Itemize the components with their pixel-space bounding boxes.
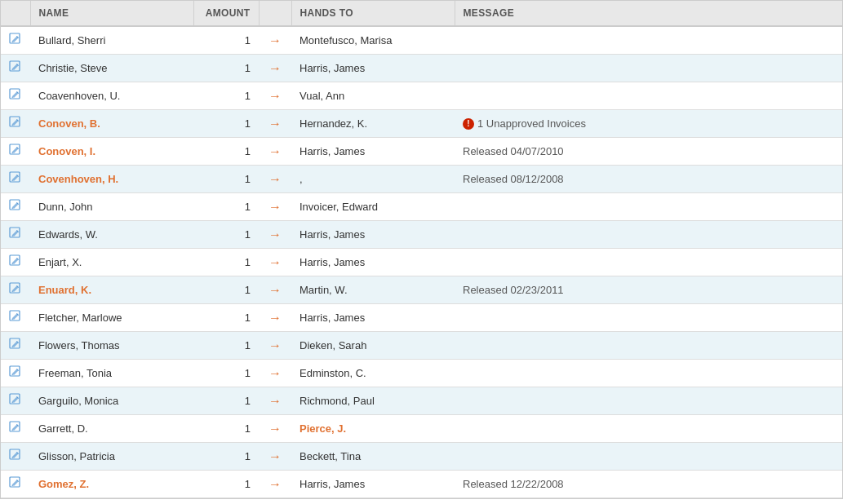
arrow-cell: → xyxy=(259,193,291,221)
edit-icon[interactable] xyxy=(9,171,22,184)
arrow-icon: → xyxy=(268,200,282,214)
edit-icon-cell[interactable] xyxy=(1,471,30,498)
released-message: Released 02/23/2011 xyxy=(463,284,564,296)
arrow-icon: → xyxy=(268,311,282,325)
arrow-icon: → xyxy=(268,338,282,352)
name-value: Coavenhoven, U. xyxy=(30,82,193,110)
amount-cell: 1 xyxy=(193,249,259,276)
table-header-row: NAME AMOUNT HANDS TO MESSAGE xyxy=(1,1,842,26)
edit-icon[interactable] xyxy=(9,254,22,267)
table-row: Coavenhoven, U.1→Vual, Ann xyxy=(1,82,842,110)
edit-icon[interactable] xyxy=(9,116,22,129)
arrow-cell: → xyxy=(259,471,291,498)
col-header-name: NAME xyxy=(30,1,193,26)
name-value: Flowers, Thomas xyxy=(30,332,193,360)
col-header-message: MESSAGE xyxy=(455,1,842,26)
name-cell: Covenhoven, H. xyxy=(30,166,193,193)
arrow-cell: → xyxy=(259,166,291,193)
edit-icon[interactable] xyxy=(9,88,22,101)
handsto-value: Vual, Ann xyxy=(291,82,455,110)
table-row: Covenhoven, H.1→,Released 08/12/2008 xyxy=(1,166,842,193)
edit-icon-cell[interactable] xyxy=(1,26,30,55)
handsto-value: Harris, James xyxy=(291,221,455,249)
message-cell: Released 08/12/2008 xyxy=(455,166,842,193)
arrow-icon: → xyxy=(268,477,282,491)
amount-cell: 1 xyxy=(193,221,259,249)
edit-icon[interactable] xyxy=(9,199,22,212)
invoices-table: NAME AMOUNT HANDS TO MESSAGE Bullard, Sh… xyxy=(1,1,842,498)
amount-cell: 1 xyxy=(193,166,259,193)
message-cell xyxy=(455,193,842,221)
edit-icon-cell[interactable] xyxy=(1,221,30,249)
edit-icon-cell[interactable] xyxy=(1,55,30,82)
edit-icon[interactable] xyxy=(9,227,22,240)
message-cell xyxy=(455,304,842,332)
message-cell: Released 04/07/2010 xyxy=(455,138,842,166)
edit-icon-cell[interactable] xyxy=(1,249,30,276)
amount-cell: 1 xyxy=(193,82,259,110)
arrow-icon: → xyxy=(268,228,282,241)
table-row: Bullard, Sherri1→Montefusco, Marisa xyxy=(1,26,842,55)
message-cell xyxy=(455,332,842,360)
table-row: Enjart, X.1→Harris, James xyxy=(1,249,842,276)
edit-icon[interactable] xyxy=(9,282,22,295)
table-row: Edwards, W.1→Harris, James xyxy=(1,221,842,249)
edit-icon[interactable] xyxy=(9,338,22,351)
arrow-icon: → xyxy=(268,61,282,75)
col-header-icon xyxy=(1,1,30,26)
edit-icon-cell[interactable] xyxy=(1,138,30,166)
edit-icon-cell[interactable] xyxy=(1,443,30,471)
message-cell xyxy=(455,55,842,82)
edit-icon[interactable] xyxy=(9,310,22,323)
name-value: Conoven, B. xyxy=(38,117,100,130)
main-table-container: NAME AMOUNT HANDS TO MESSAGE Bullard, Sh… xyxy=(0,0,843,499)
edit-icon[interactable] xyxy=(9,60,22,73)
arrow-cell: → xyxy=(259,26,291,55)
edit-icon[interactable] xyxy=(9,393,22,406)
message-cell: Released 12/22/2008 xyxy=(455,471,842,498)
message-cell xyxy=(455,26,842,55)
edit-icon-cell[interactable] xyxy=(1,304,30,332)
edit-icon-cell[interactable] xyxy=(1,110,30,138)
handsto-value: Beckett, Tina xyxy=(291,443,455,471)
handsto-value: Hernandez, K. xyxy=(291,110,455,138)
table-row: Enuard, K.1→Martin, W.Released 02/23/201… xyxy=(1,276,842,304)
handsto-value: , xyxy=(291,166,455,193)
amount-cell: 1 xyxy=(193,387,259,415)
arrow-icon: → xyxy=(268,117,282,130)
edit-icon-cell[interactable] xyxy=(1,166,30,193)
col-header-amount: AMOUNT xyxy=(193,1,259,26)
name-value: Freeman, Tonia xyxy=(30,360,193,387)
edit-icon[interactable] xyxy=(9,476,22,489)
edit-icon[interactable] xyxy=(9,365,22,378)
handsto-value: Invoicer, Edward xyxy=(291,193,455,221)
edit-icon-cell[interactable] xyxy=(1,276,30,304)
edit-icon-cell[interactable] xyxy=(1,387,30,415)
edit-icon[interactable] xyxy=(9,144,22,157)
handsto-cell: Pierce, J. xyxy=(291,415,455,443)
arrow-cell: → xyxy=(259,332,291,360)
arrow-icon: → xyxy=(268,89,282,103)
edit-icon[interactable] xyxy=(9,421,22,434)
edit-icon-cell[interactable] xyxy=(1,332,30,360)
table-row: Freeman, Tonia1→Edminston, C. xyxy=(1,360,842,387)
edit-icon-cell[interactable] xyxy=(1,360,30,387)
message-cell xyxy=(455,443,842,471)
name-cell: Conoven, I. xyxy=(30,138,193,166)
name-value: Enuard, K. xyxy=(38,284,91,296)
arrow-icon: → xyxy=(268,394,282,408)
edit-icon[interactable] xyxy=(9,33,22,46)
message-cell xyxy=(455,387,842,415)
edit-icon-cell[interactable] xyxy=(1,82,30,110)
unapproved-icon: ! xyxy=(463,118,474,130)
handsto-value: Richmond, Paul xyxy=(291,387,455,415)
handsto-value: Harris, James xyxy=(291,55,455,82)
edit-icon-cell[interactable] xyxy=(1,415,30,443)
edit-icon[interactable] xyxy=(9,449,22,462)
name-value: Garrett, D. xyxy=(30,415,193,443)
amount-cell: 1 xyxy=(193,471,259,498)
arrow-icon: → xyxy=(268,172,282,186)
table-row: Flowers, Thomas1→Dieken, Sarah xyxy=(1,332,842,360)
edit-icon-cell[interactable] xyxy=(1,193,30,221)
handsto-value: Montefusco, Marisa xyxy=(291,26,455,55)
